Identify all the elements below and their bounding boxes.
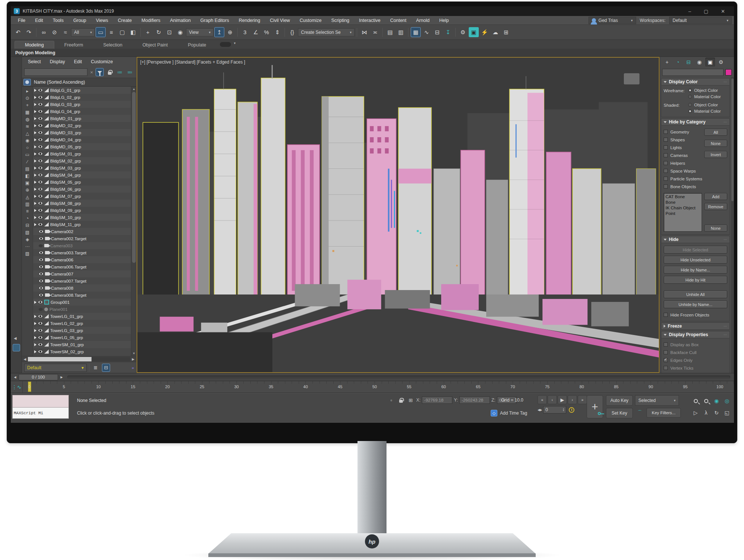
expand-arrow-icon[interactable] (34, 124, 36, 127)
hide-by-hitbutton[interactable]: Hide by Hit (664, 276, 727, 284)
menu-graph-editors[interactable]: Graph Editors (196, 18, 234, 23)
default-in-out-tangents-icon[interactable]: ⌒ (635, 408, 645, 418)
scene-object-row[interactable]: BldgLG_02_grp (33, 94, 131, 101)
expand-arrow-icon[interactable] (34, 145, 36, 148)
explorer-toolbar-icon[interactable]: ∕ (23, 158, 32, 165)
filter-funnel-button[interactable] (96, 68, 104, 76)
eye-icon[interactable] (38, 103, 43, 106)
explorer-menu-edit[interactable]: Edit (74, 59, 82, 64)
select-and-link-icon[interactable]: ∞ (39, 27, 49, 37)
open-autoback-icon[interactable]: ⊞ (501, 27, 511, 37)
expand-arrow-icon[interactable] (34, 110, 36, 113)
scene-object-row[interactable]: Plane001 (33, 306, 131, 313)
signin-user-dropdown[interactable]: Ged Trias ▾ (589, 17, 636, 24)
edges-only-checkbox[interactable] (664, 358, 668, 362)
vertex-ticks-checkbox[interactable] (664, 366, 668, 370)
menu-scripting[interactable]: Scripting (326, 18, 354, 23)
expand-arrow-icon[interactable] (34, 138, 36, 141)
object-color-swatch[interactable] (725, 69, 732, 75)
explorer-toolbar-icon[interactable]: ○ (23, 144, 32, 151)
eye-icon[interactable] (38, 343, 43, 346)
close-button[interactable]: ✕ (721, 9, 725, 14)
orbit-icon[interactable]: ↻ (712, 407, 721, 418)
command-panel-scrollbar[interactable] (731, 77, 734, 373)
zoom-icon[interactable] (691, 395, 700, 406)
use-pivot-point-center-icon[interactable]: ↥ (214, 27, 224, 37)
workspace-dropdown[interactable]: Default ▾ (669, 17, 732, 24)
expand-arrow-icon[interactable] (34, 89, 36, 92)
rendered-frame-window-icon[interactable]: ▣ (469, 27, 479, 37)
viewport-label[interactable]: [+] [Perspective ] [Standard] [Facets + … (140, 59, 245, 65)
snaps-toggle-icon[interactable]: 3 (240, 27, 250, 37)
explorer-toolbar-icon[interactable]: ◉ (23, 137, 32, 144)
select-object-icon[interactable]: ▭ (96, 27, 106, 37)
backface-cull-checkbox[interactable] (664, 350, 668, 354)
collapse-tree-button[interactable]: ≕ (126, 68, 134, 76)
viewport-tab-icon[interactable] (13, 344, 20, 351)
eye-icon[interactable] (38, 329, 43, 332)
scroll-left-icon[interactable]: ◀ (22, 357, 28, 361)
scene-object-row[interactable]: BldgLG_01_grp (33, 87, 131, 94)
menu-create[interactable]: Create (113, 18, 137, 23)
wireframe-material-color-radio[interactable] (688, 95, 692, 99)
scene-object-row[interactable]: BldgSM_10_grp (33, 214, 131, 221)
scene-object-row[interactable]: Camera002 (33, 228, 131, 235)
mirror-icon[interactable]: ⋈ (359, 27, 369, 37)
command-tab-modify[interactable]: ◔ (673, 58, 683, 67)
render-setup-icon[interactable]: ⚙ (458, 27, 468, 37)
expand-arrow-icon[interactable] (34, 181, 36, 184)
expand-arrow-icon[interactable] (34, 315, 36, 318)
spinner-snap-toggle-icon[interactable]: ⇕ (272, 27, 282, 37)
eye-icon[interactable] (38, 209, 43, 212)
explorer-toolbar-icon[interactable]: ⊟ (23, 222, 32, 229)
time-slider-track[interactable] (67, 376, 730, 379)
scene-object-row[interactable]: TowerSM_02_grp (33, 348, 131, 355)
set-keys-button[interactable]: + (587, 395, 603, 418)
explorer-toolbar-icon[interactable]: ◍ (23, 116, 32, 123)
scene-object-row[interactable]: TowerLG_02_grp (33, 320, 131, 327)
expand-arrow-icon[interactable] (34, 329, 36, 332)
category-list-item[interactable]: Point (666, 211, 700, 216)
rectangular-selection-region-icon[interactable]: ▢ (117, 27, 127, 37)
explorer-column-header[interactable]: Name (Sorted Ascending) (22, 78, 136, 87)
layers-view-button[interactable]: ≣ (92, 364, 100, 372)
selection-lock-icon[interactable] (397, 396, 405, 404)
pan-walk-icon[interactable]: λ (701, 407, 711, 418)
auto-key-button[interactable]: Auto Key (606, 395, 633, 406)
eye-icon[interactable] (38, 152, 43, 155)
category-list-item[interactable]: IK Chain Object (666, 205, 700, 211)
hide-by-name-button[interactable]: Hide by Name... (664, 266, 727, 274)
ribbon-tab-object-paint[interactable]: Object Paint (132, 41, 178, 49)
scene-object-row[interactable]: Camera008.Target (33, 292, 131, 299)
explorer-toolbar-icon[interactable]: ▤ (23, 165, 32, 172)
scene-object-row[interactable]: BldgSM_03_grp (33, 164, 131, 171)
menu-modifiers[interactable]: Modifiers (137, 18, 165, 23)
expand-arrow-icon[interactable] (34, 195, 36, 198)
menu-civil-view[interactable]: Civil View (265, 18, 295, 23)
explorer-menu-select[interactable]: Select (28, 59, 41, 64)
scene-object-row[interactable]: BldgSM_02_grp (33, 157, 131, 164)
eye-icon[interactable] (38, 187, 43, 191)
set-key-button[interactable]: Set Key (606, 408, 633, 418)
explorer-toolbar-icon[interactable]: ◔ (23, 215, 32, 222)
geometry-checkbox[interactable] (664, 130, 668, 134)
menu-animation[interactable]: Animation (165, 18, 196, 23)
mini-curve-editor-button[interactable]: ⋮∿ (11, 381, 23, 393)
render-production-icon[interactable]: ⚡ (480, 27, 490, 37)
play-icon[interactable]: ▶ (558, 395, 567, 404)
go-to-end-icon[interactable]: » (578, 395, 587, 404)
scene-object-row[interactable]: BldgSM_09_grp (33, 207, 131, 214)
hide-selectedbutton[interactable]: Hide Selected (664, 246, 727, 254)
hide-frozen-objects-checkbox[interactable] (664, 313, 668, 317)
ribbon-tab-selection[interactable]: Selection (93, 41, 132, 49)
eye-icon[interactable] (38, 336, 43, 339)
listener-pane[interactable]: MAXScript Mi (12, 408, 69, 419)
menu-interactive[interactable]: Interactive (354, 18, 385, 23)
hidden-eye-icon[interactable] (39, 244, 43, 247)
menu-tools[interactable]: Tools (48, 18, 68, 23)
select-and-move-icon[interactable]: + (143, 27, 153, 37)
hide-unselectedbutton[interactable]: Hide Unselected (664, 256, 727, 264)
none-button[interactable]: None (704, 225, 727, 232)
field-of-view-icon[interactable]: ▷ (691, 407, 700, 418)
eye-icon[interactable] (39, 258, 44, 261)
